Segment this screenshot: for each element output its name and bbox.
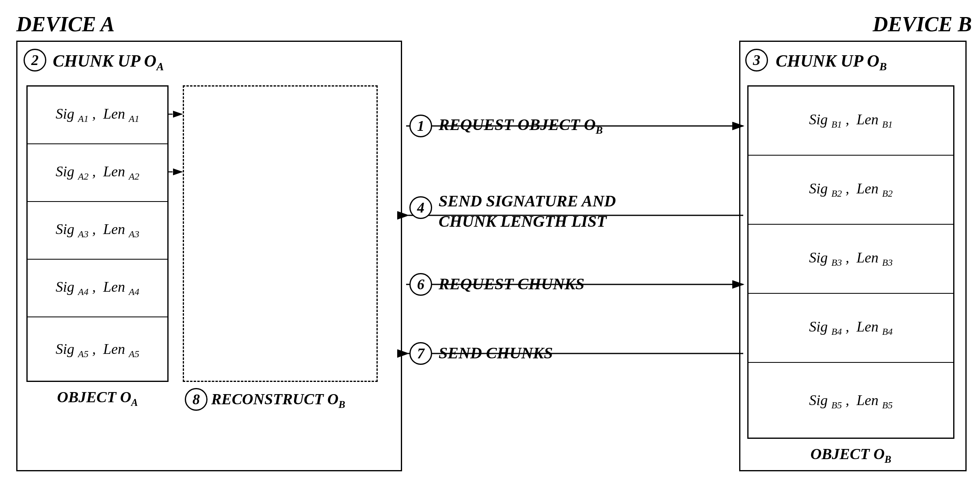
chunk-up-ob-badge: 3 — [745, 49, 768, 72]
chunk-row-a1: Sig A1 , Len A1 — [28, 87, 167, 144]
chunk-row-a5: Sig A5 , Len A5 — [28, 317, 167, 383]
chunk-row-b1: Sig B1 , Len B1 — [749, 87, 953, 156]
chunk-up-oa-label: CHUNK UP OA — [53, 51, 164, 73]
step7-badge: 7 — [409, 342, 432, 365]
chunk-row-a2: Sig A2 , Len A2 — [28, 144, 167, 202]
device-a-label: DEVICE A — [16, 12, 115, 36]
step6-label: REQUEST CHUNKS — [439, 274, 584, 293]
chunk-row-a4: Sig A4 , Len A4 — [28, 260, 167, 317]
dashed-reconstruct-box — [183, 85, 378, 382]
step7-label: SEND CHUNKS — [439, 343, 553, 362]
chunk-row-b5: Sig B5 , Len B5 — [749, 363, 953, 440]
object-oa-table: Sig A1 , Len A1 Sig A2 , Len A2 Sig A3 ,… — [26, 85, 169, 382]
chunk-up-oa-badge: 2 — [24, 49, 46, 72]
reconstruct-ob-badge: 8 — [185, 388, 208, 411]
step1-label: REQUEST OBJECT OB — [439, 115, 603, 137]
chunk-row-b3: Sig B3 , Len B3 — [749, 225, 953, 294]
step4-label: SEND SIGNATURE ANDCHUNK LENGTH LIST — [439, 191, 616, 232]
device-b-label: DEVICE B — [873, 12, 972, 36]
step1-badge: 1 — [409, 115, 432, 137]
diagram: DEVICE A DEVICE B 2 CHUNK UP OA 3 CHUNK … — [0, 0, 980, 503]
chunk-row-a3: Sig A3 , Len A3 — [28, 202, 167, 260]
reconstruct-ob-label: RECONSTRUCT OB — [211, 390, 374, 410]
object-ob-label: OBJECT OB — [747, 445, 954, 465]
object-ob-table: Sig B1 , Len B1 Sig B2 , Len B2 Sig B3 ,… — [747, 85, 954, 439]
chunk-row-b4: Sig B4 , Len B4 — [749, 294, 953, 363]
object-oa-label: OBJECT OA — [26, 388, 169, 408]
step6-badge: 6 — [409, 273, 432, 296]
step4-badge: 4 — [409, 196, 432, 219]
chunk-row-b2: Sig B2 , Len B2 — [749, 156, 953, 225]
chunk-up-ob-label: CHUNK UP OB — [776, 51, 887, 73]
